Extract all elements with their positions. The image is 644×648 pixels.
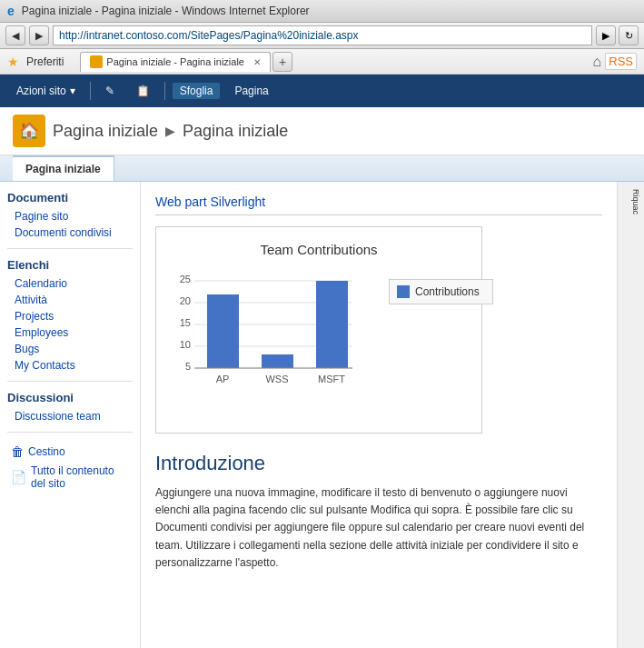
browser-title-bar: e Pagina iniziale - Pagina iniziale - Wi… (0, 0, 644, 23)
legend-label-contributions: Contributions (415, 285, 480, 298)
refresh-button[interactable]: ↻ (619, 25, 639, 45)
tutto-contenuto-icon: 📄 (11, 470, 26, 484)
svg-text:MSFT: MSFT (318, 374, 345, 384)
sidebar-item-attivita[interactable]: Attività (7, 292, 133, 308)
discussioni-section-label: Discussioni (7, 391, 74, 404)
discussione-team-label: Discussione team (15, 410, 101, 423)
publish-button[interactable]: 📋 (129, 83, 157, 99)
home-button[interactable]: ⌂ (593, 54, 602, 70)
svg-text:AP: AP (216, 374, 230, 384)
sidebar-item-calendario[interactable]: Calendario (7, 275, 133, 292)
sidebar-item-pagine-sito[interactable]: Pagine sito (7, 208, 133, 224)
forward-button[interactable]: ▶ (29, 25, 49, 45)
favorites-star-icon: ★ (7, 55, 19, 69)
sidebar-section-elenchi: Elenchi (7, 258, 133, 272)
chart-area: 25 20 15 10 5 (171, 270, 467, 418)
bar-wss (262, 354, 293, 368)
azioni-sito-label: Azioni sito (16, 85, 66, 97)
sidebar-item-bugs[interactable]: Bugs (7, 341, 133, 357)
tab-favicon (90, 55, 103, 68)
favorites-bar: ★ Preferiti Pagina iniziale - Pagina ini… (0, 49, 644, 75)
breadcrumb: 🏠 Pagina iniziale ▶ Pagina iniziale (0, 107, 644, 155)
cestino-label: Cestino (28, 445, 65, 458)
bugs-label: Bugs (15, 343, 39, 355)
favorites-label[interactable]: Preferiti (26, 55, 64, 68)
elenchi-section-label: Elenchi (7, 258, 49, 272)
sidebar-item-projects[interactable]: Projects (7, 308, 133, 324)
new-tab-button[interactable]: + (272, 52, 292, 72)
back-button[interactable]: ◀ (5, 25, 25, 45)
projects-label: Projects (15, 310, 54, 323)
rss-button[interactable]: RSS (605, 53, 637, 70)
svg-text:15: 15 (180, 317, 191, 328)
webpart-title: Web part Silverlight (155, 194, 602, 215)
riquadro-label: Riquac (631, 189, 640, 214)
legend-item-contributions: Contributions (389, 279, 493, 304)
calendario-label: Calendario (15, 277, 67, 290)
right-sidebar-content: Riquac (628, 182, 644, 222)
breadcrumb-root[interactable]: Pagina iniziale (53, 122, 158, 141)
right-sidebar: Riquac (617, 182, 644, 648)
sidebar-divider-2 (7, 381, 133, 382)
home-rss-area: ⌂ RSS (593, 53, 637, 70)
svg-text:20: 20 (180, 295, 191, 306)
azioni-sito-arrow: ▾ (70, 85, 75, 97)
tab-pagina-iniziale[interactable]: Pagina iniziale (13, 155, 114, 181)
sidebar-item-documenti-condivisi[interactable]: Documenti condivisi (7, 224, 133, 241)
sidebar-item-tutto-contenuto[interactable]: 📄 Tutto il contenuto del sito (7, 462, 133, 493)
pagina-tab[interactable]: Pagina (227, 83, 275, 99)
tab-bar: Pagina iniziale - Pagina iniziale ✕ + (80, 52, 585, 72)
sidebar-item-my-contacts[interactable]: My Contacts (7, 357, 133, 374)
sidebar: Documenti Pagine sito Documenti condivis… (0, 182, 141, 648)
go-button[interactable]: ▶ (596, 25, 616, 45)
breadcrumb-separator: ▶ (165, 124, 175, 138)
active-tab[interactable]: Pagina iniziale - Pagina iniziale ✕ (80, 52, 271, 72)
tab-close-button[interactable]: ✕ (253, 57, 261, 67)
bar-chart-svg: 25 20 15 10 5 (171, 270, 362, 415)
sidebar-bottom: 🗑 Cestino 📄 Tutto il contenuto del sito (7, 442, 133, 493)
publish-icon: 📋 (136, 85, 150, 97)
sidebar-section-discussioni: Discussioni (7, 391, 133, 404)
sidebar-section-documenti: Documenti (7, 191, 133, 204)
intro-title: Introduzione (155, 452, 602, 475)
browser-title: Pagina iniziale - Pagina iniziale - Wind… (22, 5, 310, 17)
legend-color-contributions (397, 285, 410, 298)
tutto-contenuto-label: Tutto il contenuto del sito (31, 464, 129, 490)
main-area: Web part Silverlight Team Contributions … (141, 182, 617, 648)
pagine-sito-label: Pagine sito (15, 210, 68, 223)
bar-msft (316, 281, 348, 368)
edit-page-button[interactable]: ✎ (98, 83, 122, 99)
ie-icon: e (7, 4, 15, 18)
documenti-section-label: Documenti (7, 191, 68, 204)
toolbar-divider-1 (90, 82, 91, 100)
site-icon: 🏠 (13, 115, 45, 147)
address-text: http://intranet.contoso.com/SitePages/Pa… (59, 29, 359, 42)
tab-label: Pagina iniziale - Pagina iniziale (106, 56, 244, 67)
page-tabs: Pagina iniziale (0, 155, 644, 182)
chart-legend: Contributions (389, 279, 493, 304)
azioni-sito-button[interactable]: Azioni sito ▾ (9, 83, 83, 99)
tab-pagina-iniziale-label: Pagina iniziale (25, 163, 101, 175)
my-contacts-label: My Contacts (15, 359, 75, 372)
sfoglia-tab[interactable]: Sfoglia (173, 83, 221, 99)
main-content: Documenti Pagine sito Documenti condivis… (0, 182, 644, 648)
intro-text: Aggiungere una nuova immagine, modificar… (155, 484, 602, 572)
documenti-condivisi-label: Documenti condivisi (15, 226, 112, 239)
sidebar-divider-3 (7, 432, 133, 433)
breadcrumb-current: Pagina iniziale (183, 122, 288, 141)
intro-section: Introduzione Aggiungere una nuova immagi… (155, 452, 602, 572)
employees-label: Employees (15, 326, 68, 339)
toolbar-divider-2 (164, 82, 165, 100)
sp-toolbar: Azioni sito ▾ ✎ 📋 Sfoglia Pagina (0, 75, 644, 107)
svg-text:10: 10 (180, 339, 191, 350)
svg-text:WSS: WSS (265, 374, 288, 384)
address-bar[interactable]: http://intranet.contoso.com/SitePages/Pa… (53, 25, 592, 45)
sidebar-item-discussione-team[interactable]: Discussione team (7, 408, 133, 424)
sidebar-item-cestino[interactable]: 🗑 Cestino (7, 442, 133, 462)
svg-text:25: 25 (180, 274, 191, 284)
attivita-label: Attività (15, 294, 47, 306)
chart-svg: 25 20 15 10 5 (171, 270, 362, 418)
svg-text:5: 5 (185, 361, 191, 372)
sidebar-item-employees[interactable]: Employees (7, 324, 133, 341)
browser-nav-bar: ◀ ▶ http://intranet.contoso.com/SitePage… (0, 23, 644, 49)
